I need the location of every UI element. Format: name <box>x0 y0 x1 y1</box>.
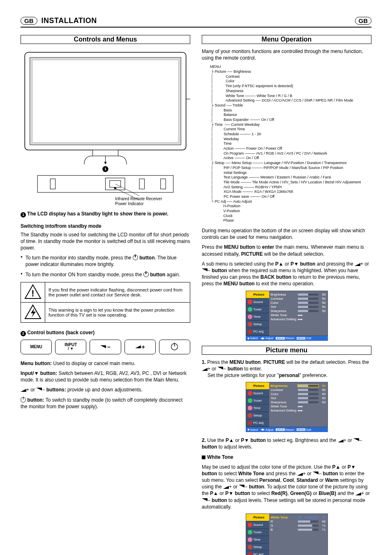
label-power-indicator: Power Indicator <box>115 201 190 206</box>
standby-paragraph: The Standby mode is used for switching t… <box>21 231 190 252</box>
power-button-desc: button: To switch to standby mode (to sw… <box>21 397 190 410</box>
lang-badge-left: GB <box>21 17 37 25</box>
osd-tab-pcadj: PC Adj. <box>246 328 269 335</box>
lang-badge-right: GB <box>355 17 372 25</box>
menu-op-intro: Many of your monitors functions are cont… <box>202 48 371 61</box>
menu-operation-title: Menu Operation <box>202 35 371 44</box>
hw-vol-down-button: − <box>90 340 121 354</box>
svg-rect-2 <box>32 60 178 142</box>
menu-button-desc: Menu button: Used to display or cancel m… <box>21 360 190 367</box>
white-tone-heading: White Tone <box>202 454 371 460</box>
picture-step-1: 1. Press the MENU button. PICTURE will b… <box>202 359 371 379</box>
hw-input-button: INPUT/ ▼ <box>55 340 86 354</box>
standby-light-note: 1 The LCD display has a Standby light to… <box>21 210 190 217</box>
monitor-diagram: 2 1 <box>21 48 190 201</box>
bullet-exit-standby: To turn the monitor ON from standby mode… <box>21 271 190 278</box>
shock-icon <box>21 302 45 322</box>
white-tone-para: May be used to adjust the color tone of … <box>202 464 371 510</box>
svg-rect-6 <box>93 150 118 156</box>
hardware-buttons-row: MENU INPUT/ ▼ − + <box>21 340 190 354</box>
osd-picture-menu-2: Picture Sound Tuner Time Setup PC Adj. B… <box>246 382 328 432</box>
svg-rect-15 <box>139 179 144 189</box>
hw-power-button <box>159 340 190 354</box>
standby-bullets: To turn the monitor into standby mode, p… <box>21 254 190 278</box>
left-column: Controls and Menus 2 1 Infrared Remote R… <box>21 35 190 555</box>
warning-text-1: If you find the power indicator flashing… <box>45 282 190 302</box>
section-heading: INSTALLATION <box>42 16 97 25</box>
osd-tab-picture: Picture <box>246 291 269 298</box>
warning-icon: ! <box>21 282 45 302</box>
controls-menus-title: Controls and Menus <box>21 35 190 44</box>
page-header: GB INSTALLATION GB <box>21 16 371 28</box>
picture-step-2: 2. Use the P▲ or P▼ button to select eg.… <box>202 437 371 450</box>
hw-vol-up-button: + <box>125 340 156 354</box>
osd-tab-time: Time <box>246 313 269 321</box>
warning-text-2: This warning is a sign to let you know t… <box>45 302 190 322</box>
svg-rect-16 <box>161 179 166 189</box>
menu-op-para3: Press the MENU button to enter the main … <box>202 244 371 257</box>
bullet-enter-standby: To turn the monitor into standby mode, p… <box>21 254 190 268</box>
menu-tree: MENU ├ Picture ── Brightness │ Contrast … <box>210 65 371 223</box>
right-column: Menu Operation Many of your monitors fun… <box>202 35 371 555</box>
menu-op-para4: A sub menu is selected using the P▲ or P… <box>202 261 371 287</box>
svg-text:!: ! <box>31 288 34 298</box>
menu-op-para2: During menu operation the bottom of the … <box>202 227 371 240</box>
warning-table: ! If you find the power indicator flashi… <box>21 282 190 323</box>
svg-rect-11 <box>50 179 55 189</box>
control-buttons-heading: 2 Control buttons (back cover) <box>21 329 190 336</box>
osd-tab-setup: Setup <box>246 321 269 328</box>
svg-text:1: 1 <box>104 167 106 171</box>
picture-menu-title: Picture menu <box>202 346 371 355</box>
power-icon <box>133 255 138 260</box>
hw-menu-button: MENU <box>21 340 52 354</box>
osd-picture-menu-1: Picture Sound Tuner Time Setup PC Adj. B… <box>246 291 328 341</box>
power-icon <box>143 272 149 277</box>
osd-tab-tuner: Tuner <box>246 306 269 313</box>
standby-subheading: Switching into/from standby mode <box>21 223 190 229</box>
volume-buttons-desc: + or − buttons: provide up and down adju… <box>21 386 190 393</box>
osd-white-tone: Picture Sound Tuner Time Setup PC Adj. W… <box>246 513 328 555</box>
input-button-desc: Input/▼ button: Switch between AV1, RGB,… <box>21 370 190 383</box>
osd-tab-sound: Sound <box>246 298 269 306</box>
power-icon <box>21 397 26 402</box>
